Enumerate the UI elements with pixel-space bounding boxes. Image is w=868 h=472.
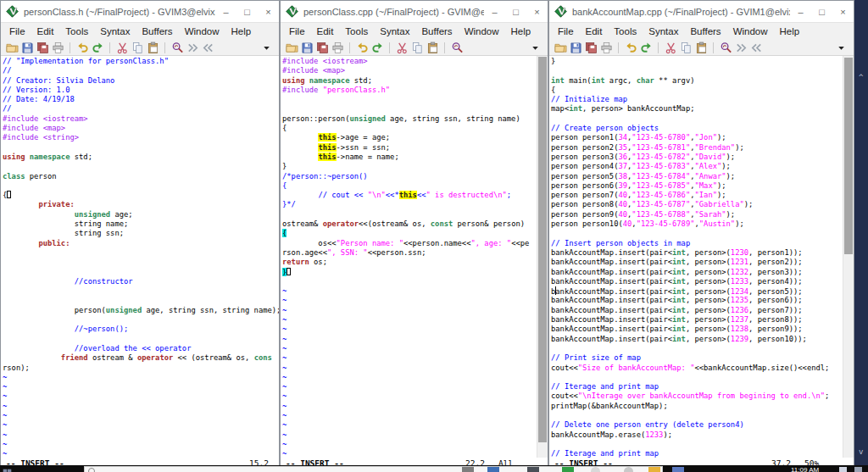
print-icon[interactable] — [52, 42, 64, 54]
save-icon[interactable] — [21, 42, 34, 54]
overflow-icon[interactable] — [260, 42, 273, 54]
menu-edit[interactable]: Edit — [311, 26, 340, 36]
code-token: age, string ssn, string name); — [142, 306, 279, 314]
taskbar-clock[interactable]: 11:09 AM — [791, 466, 819, 472]
menu-file[interactable]: File — [3, 26, 31, 36]
paste-icon[interactable] — [695, 42, 708, 54]
vertical-scrollbar[interactable] — [843, 56, 854, 458]
find-replace-icon[interactable] — [171, 42, 184, 54]
overflow-icon[interactable] — [835, 42, 848, 54]
toolbar — [1, 40, 279, 56]
taskbar-app-icon[interactable] — [462, 467, 474, 472]
close-button[interactable]: × — [258, 1, 279, 22]
code-token: int — [592, 76, 605, 85]
titlebar[interactable]: bankAccountMap.cpp (~/FinalProject) - GV… — [549, 1, 854, 22]
code-token: bankAccountMap.insert(pair< — [551, 258, 672, 266]
find-replace-icon[interactable] — [451, 42, 464, 54]
maximize-button[interactable]: □ — [505, 1, 526, 22]
taskbar-app-icon[interactable] — [672, 467, 684, 472]
tray-icon[interactable] — [854, 467, 862, 472]
scrollbar-thumb[interactable] — [844, 58, 853, 254]
taskbar-app-icon[interactable] — [487, 467, 499, 472]
copy-icon[interactable] — [680, 42, 693, 54]
menu-help[interactable]: Help — [774, 26, 806, 36]
redo-icon[interactable] — [92, 42, 104, 54]
undo-icon[interactable] — [76, 42, 89, 54]
code-token: "123-45-6786" — [632, 191, 690, 199]
close-button[interactable]: × — [526, 1, 548, 22]
menu-window[interactable]: Window — [179, 26, 225, 36]
open-icon[interactable] — [554, 42, 567, 54]
menu-syntax[interactable]: Syntax — [374, 26, 415, 36]
code-editor[interactable]: // "Implementation for personClass.h"///… — [1, 56, 279, 458]
copy-icon[interactable] — [131, 42, 144, 54]
menu-help[interactable]: Help — [225, 26, 258, 36]
menu-syntax[interactable]: Syntax — [643, 26, 684, 36]
start-button[interactable] — [3, 466, 12, 472]
cursor — [7, 191, 11, 198]
find-replace-icon[interactable] — [720, 42, 732, 54]
code-token: ostream& — [282, 219, 323, 228]
save-icon[interactable] — [301, 42, 314, 54]
redo-icon[interactable] — [640, 42, 653, 54]
code-editor[interactable]: }int main(int argc, char ** argv){// Ini… — [549, 56, 843, 458]
paste-icon[interactable] — [147, 42, 159, 54]
taskbar-search-box[interactable] — [84, 466, 663, 472]
menu-tools[interactable]: Tools — [339, 26, 374, 36]
save-all-icon[interactable] — [316, 42, 329, 54]
code-token: // Version: 1.0 — [3, 86, 70, 94]
find-prev-icon[interactable] — [202, 42, 214, 54]
redo-icon[interactable] — [371, 42, 384, 54]
print-icon[interactable] — [600, 42, 613, 54]
menu-window[interactable]: Window — [459, 26, 505, 36]
menu-tools[interactable]: Tools — [608, 26, 643, 36]
print-icon[interactable] — [331, 42, 344, 54]
code-line — [282, 277, 537, 286]
taskbar-app-icon[interactable] — [624, 467, 633, 472]
menu-edit[interactable]: Edit — [31, 26, 60, 36]
overflow-icon[interactable] — [529, 42, 542, 54]
undo-icon[interactable] — [356, 42, 369, 54]
titlebar[interactable]: personClass.cpp (~/FinalProject) - GVIM@… — [281, 1, 548, 22]
maximize-button[interactable]: □ — [811, 1, 832, 22]
find-prev-icon[interactable] — [750, 42, 763, 54]
minimize-button[interactable]: – — [790, 1, 811, 22]
taskbar-app-icon[interactable] — [591, 467, 600, 472]
menu-file[interactable]: File — [283, 26, 311, 36]
save-all-icon[interactable] — [36, 42, 49, 54]
code-token: person::person( — [282, 114, 349, 123]
copy-icon[interactable] — [411, 42, 424, 54]
taskbar-app-icon[interactable] — [527, 467, 539, 472]
taskbar-app-icon-vim[interactable] — [562, 467, 574, 472]
open-icon[interactable] — [6, 42, 19, 54]
vertical-scrollbar[interactable] — [537, 56, 548, 458]
menu-help[interactable]: Help — [505, 26, 537, 36]
find-next-icon[interactable] — [186, 42, 199, 54]
open-icon[interactable] — [286, 42, 298, 54]
menu-buffers[interactable]: Buffers — [136, 26, 178, 36]
menu-window[interactable]: Window — [727, 26, 774, 36]
scrollbar-thumb[interactable] — [538, 57, 547, 442]
cut-icon[interactable] — [396, 42, 409, 54]
close-button[interactable]: × — [832, 1, 854, 22]
menu-edit[interactable]: Edit — [580, 26, 609, 36]
menu-file[interactable]: File — [552, 26, 580, 36]
menu-tools[interactable]: Tools — [59, 26, 94, 36]
save-all-icon[interactable] — [585, 42, 598, 54]
paste-icon[interactable] — [426, 42, 439, 54]
minimize-button[interactable]: – — [215, 1, 236, 22]
titlebar[interactable]: personClass.h (~/FinalProject) - GVIM3@e… — [1, 1, 279, 22]
tray-icon[interactable] — [839, 467, 847, 472]
code-editor[interactable]: #include <iostream>#include <map>using n… — [281, 56, 537, 458]
undo-icon[interactable] — [625, 42, 637, 54]
find-next-icon[interactable] — [735, 42, 748, 54]
taskbar-app-icon-folder[interactable] — [648, 467, 660, 472]
save-icon[interactable] — [570, 42, 582, 54]
menu-buffers[interactable]: Buffers — [415, 26, 458, 36]
menu-syntax[interactable]: Syntax — [94, 26, 136, 36]
maximize-button[interactable]: □ — [236, 1, 258, 22]
cut-icon[interactable] — [665, 42, 677, 54]
minimize-button[interactable]: – — [484, 1, 505, 22]
menu-buffers[interactable]: Buffers — [684, 26, 726, 36]
cut-icon[interactable] — [116, 42, 129, 54]
